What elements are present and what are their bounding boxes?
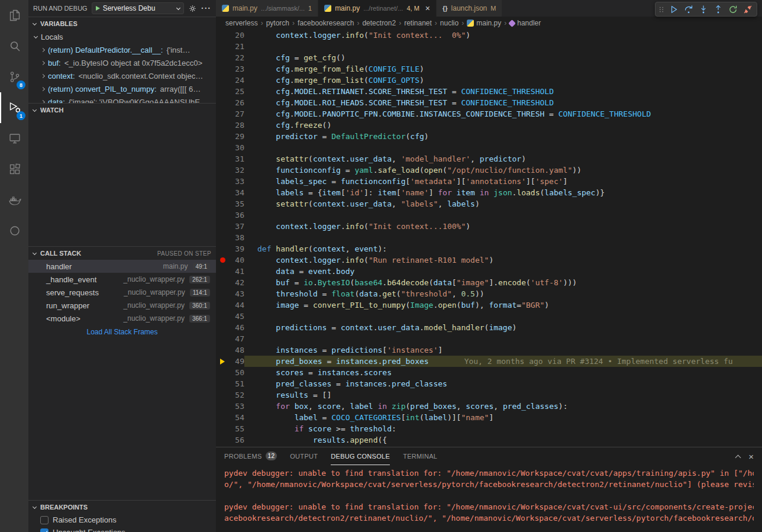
glyph-margin[interactable] bbox=[216, 333, 229, 344]
breadcrumb-item[interactable]: detectron2 bbox=[362, 19, 396, 27]
code-line-content[interactable]: instances = predictions['instances'] bbox=[244, 344, 762, 356]
code-line[interactable]: 22 cfg = get_cfg() bbox=[216, 52, 762, 63]
panel-tab-debug-console[interactable]: DEBUG CONSOLE bbox=[331, 447, 390, 465]
glyph-margin[interactable] bbox=[216, 198, 229, 209]
code-line-content[interactable]: results.append({ bbox=[244, 434, 762, 446]
code-line-content[interactable]: results = [] bbox=[244, 389, 762, 401]
panel-tab-problems[interactable]: PROBLEMS12 bbox=[224, 447, 277, 465]
launch-config-select[interactable]: Serverless Debu bbox=[92, 2, 184, 14]
extensions-icon[interactable] bbox=[0, 154, 28, 185]
code-line[interactable]: 51 pred_classes = instances.pred_classes bbox=[216, 378, 762, 389]
code-line-content[interactable] bbox=[244, 41, 762, 52]
variable-row[interactable]: context:<nuclio_sdk.context.Context obje… bbox=[28, 69, 216, 82]
code-line-content[interactable]: cfg.MODEL.PANOPTIC_FPN.COMBINE.INSTANCES… bbox=[244, 108, 762, 120]
code-line[interactable]: 25 cfg.MODEL.RETINANET.SCORE_THRESH_TEST… bbox=[216, 86, 762, 97]
close-icon[interactable]: × bbox=[425, 4, 430, 12]
stack-frame-row[interactable]: _handle_event_nuclio_wrapper.py262:1 bbox=[28, 273, 216, 286]
breadcrumb-item[interactable]: pytorch bbox=[266, 19, 289, 27]
code-line[interactable]: 32 functionconfig = yaml.safe_load(open(… bbox=[216, 165, 762, 176]
call-stack-section-header[interactable]: CALL STACK PAUSED ON STEP bbox=[28, 247, 216, 260]
glyph-margin[interactable] bbox=[216, 97, 229, 108]
code-line-content[interactable]: setattr(context.user_data, "labels", lab… bbox=[244, 198, 762, 209]
glyph-margin[interactable] bbox=[216, 434, 229, 446]
glyph-margin[interactable] bbox=[216, 86, 229, 97]
panel-tab-output[interactable]: OUTPUT bbox=[290, 447, 318, 465]
glyph-margin[interactable] bbox=[216, 131, 229, 142]
code-line-content[interactable]: setattr(context.user_data, 'model_handle… bbox=[244, 153, 762, 165]
glyph-margin[interactable] bbox=[216, 75, 229, 86]
watch-section-header[interactable]: WATCH bbox=[28, 104, 216, 117]
variable-row[interactable]: buf:<_io.BytesIO object at 0x7f5a2dc1ecc… bbox=[28, 56, 216, 69]
variable-row[interactable]: data:{'image': 'iVBORw0KGgoAAAANSUhE… bbox=[28, 95, 216, 103]
code-line-content[interactable]: context.logger.info("Init context... 0%"… bbox=[244, 30, 762, 41]
code-line-content[interactable]: context.logger.info("Run retinanet-R101 … bbox=[244, 254, 762, 266]
explorer-icon[interactable] bbox=[0, 0, 28, 31]
code-line[interactable]: 37 context.logger.info("Init context...1… bbox=[216, 221, 762, 232]
glyph-margin[interactable] bbox=[216, 52, 229, 63]
code-line-content[interactable]: if score >= threshold: bbox=[244, 423, 762, 434]
glyph-margin[interactable] bbox=[216, 299, 229, 311]
glyph-margin[interactable] bbox=[216, 311, 229, 322]
source-control-icon[interactable]: 8 bbox=[0, 62, 28, 92]
code-line[interactable]: 39def handler(context, event): bbox=[216, 243, 762, 254]
code-line-content[interactable]: cfg = get_cfg() bbox=[244, 52, 762, 63]
code-line[interactable]: 21 bbox=[216, 41, 762, 52]
code-line[interactable]: 48 instances = predictions['instances'] bbox=[216, 344, 762, 356]
stack-frame-row[interactable]: serve_requests_nuclio_wrapper.py114:1 bbox=[28, 286, 216, 299]
code-line-content[interactable]: data = event.body bbox=[244, 266, 762, 277]
code-line-content[interactable]: for box, score, label in zip(pred_boxes,… bbox=[244, 401, 762, 412]
code-line-content[interactable] bbox=[244, 232, 762, 243]
breadcrumb-item[interactable]: facebookresearch bbox=[298, 19, 354, 27]
code-line-content[interactable]: pred_classes = instances.pred_classes bbox=[244, 378, 762, 389]
code-line[interactable]: 50 scores = instances.scores bbox=[216, 367, 762, 378]
step-over-icon[interactable] bbox=[681, 3, 696, 15]
breakpoint-indicator[interactable] bbox=[216, 254, 229, 266]
breakpoints-section-header[interactable]: BREAKPOINTS bbox=[28, 501, 216, 514]
code-line-content[interactable]: cfg.merge_from_file(CONFIG_FILE) bbox=[244, 63, 762, 75]
glyph-margin[interactable] bbox=[216, 41, 229, 52]
code-line[interactable]: 53 for box, score, label in zip(pred_box… bbox=[216, 401, 762, 412]
checkbox[interactable] bbox=[40, 516, 49, 524]
code-line-content[interactable]: threshold = float(data.get("threshold", … bbox=[244, 288, 762, 299]
code-line[interactable]: 26 cfg.MODEL.ROI_HEADS.SCORE_THRESH_TEST… bbox=[216, 97, 762, 108]
code-line[interactable]: 56 results.append({ bbox=[216, 434, 762, 446]
glyph-margin[interactable] bbox=[216, 288, 229, 299]
start-debugging-icon[interactable] bbox=[96, 6, 100, 11]
breadcrumb-item[interactable]: nuclio bbox=[440, 19, 459, 27]
code-line-content[interactable]: predictor = DefaultPredictor(cfg) bbox=[244, 131, 762, 142]
code-line[interactable]: 20 context.logger.info("Init context... … bbox=[216, 30, 762, 41]
glyph-margin[interactable] bbox=[216, 367, 229, 378]
code-line[interactable]: 28 cfg.freeze() bbox=[216, 120, 762, 131]
code-line-content[interactable]: label = COCO_CATEGORIES[int(label)]["nam… bbox=[244, 412, 762, 423]
code-line[interactable]: 44 image = convert_PIL_to_numpy(Image.op… bbox=[216, 299, 762, 311]
breadcrumb-item[interactable]: handler bbox=[509, 19, 541, 27]
code-line-content[interactable]: functionconfig = yaml.safe_load(open("/o… bbox=[244, 165, 762, 176]
panel-maximize-icon[interactable] bbox=[735, 454, 741, 460]
stack-frame-row[interactable]: <module>_nuclio_wrapper.py366:1 bbox=[28, 312, 216, 325]
load-all-stack-frames-link[interactable]: Load All Stack Frames bbox=[28, 325, 216, 339]
code-line[interactable]: 40 context.logger.info("Run retinanet-R1… bbox=[216, 254, 762, 266]
code-line[interactable]: 41 data = event.body bbox=[216, 266, 762, 277]
code-line-content[interactable]: labels_spec = functionconfig['metadata']… bbox=[244, 176, 762, 187]
code-line-content[interactable] bbox=[244, 209, 762, 221]
more-actions-icon[interactable]: ··· bbox=[201, 4, 211, 13]
glyph-margin[interactable] bbox=[216, 277, 229, 288]
code-line[interactable]: 30 bbox=[216, 142, 762, 153]
stack-frame-row[interactable]: run_wrapper_nuclio_wrapper.py360:1 bbox=[28, 299, 216, 312]
glyph-margin[interactable] bbox=[216, 108, 229, 120]
panel-close-icon[interactable]: × bbox=[748, 452, 754, 462]
glyph-margin[interactable] bbox=[216, 142, 229, 153]
debug-current-line-arrow-icon[interactable] bbox=[216, 356, 229, 367]
glyph-margin[interactable] bbox=[216, 221, 229, 232]
checkbox[interactable] bbox=[40, 528, 49, 532]
variables-section-header[interactable]: VARIABLES bbox=[28, 17, 216, 30]
code-line-content[interactable]: context.logger.info("Init context...100%… bbox=[244, 221, 762, 232]
glyph-margin[interactable] bbox=[216, 412, 229, 423]
continue-icon[interactable] bbox=[666, 3, 681, 15]
glyph-margin[interactable] bbox=[216, 344, 229, 356]
code-line-content[interactable]: cfg.freeze() bbox=[244, 120, 762, 131]
code-line[interactable]: 34 labels = {item['id']: item['name'] fo… bbox=[216, 187, 762, 198]
code-line-content[interactable]: labels = {item['id']: item['name'] for i… bbox=[244, 187, 762, 198]
glyph-margin[interactable] bbox=[216, 153, 229, 165]
code-line[interactable]: 47 bbox=[216, 333, 762, 344]
